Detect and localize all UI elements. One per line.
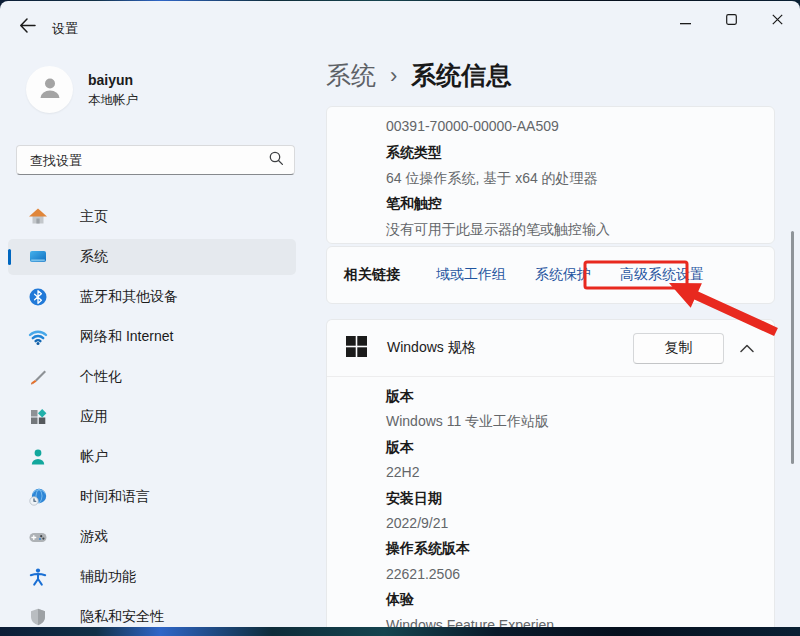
bluetooth-icon <box>28 287 48 307</box>
spec-row-label: 安装日期 <box>386 486 758 511</box>
breadcrumb-parent[interactable]: 系统 <box>326 59 376 92</box>
system-icon <box>28 247 48 267</box>
spec-row-value: 22621.2506 <box>386 562 758 587</box>
windows-spec-header[interactable]: Windows 规格 复制 <box>327 320 774 376</box>
spec-row-value: 2022/9/21 <box>386 511 758 536</box>
spec-row-value: Windows Feature Experien <box>386 613 758 627</box>
accessibility-icon <box>28 567 48 587</box>
spec-row-value: 22H2 <box>386 460 758 485</box>
about-row-value: 没有可用于此显示器的笔或触控输入 <box>386 217 758 243</box>
back-arrow-icon <box>19 18 36 37</box>
page-title: 系统信息 <box>411 59 511 92</box>
user-icon <box>35 73 65 107</box>
minimize-button[interactable] <box>662 3 708 37</box>
sidebar-item-label: 个性化 <box>80 368 122 386</box>
spec-row-label: 版本 <box>386 435 758 460</box>
sidebar-item-network[interactable]: 网络和 Internet <box>8 319 296 355</box>
sidebar-item-label: 主页 <box>80 208 108 226</box>
spec-row-value: Windows 11 专业工作站版 <box>386 409 758 434</box>
about-card: 00391-70000-00000-AA509 系统类型 64 位操作系统, 基… <box>326 106 775 244</box>
search-box[interactable] <box>16 145 295 175</box>
copy-button[interactable]: 复制 <box>633 333 724 364</box>
back-button[interactable] <box>14 15 40 39</box>
sidebar-item-accessibility[interactable]: 辅助功能 <box>8 559 296 595</box>
breadcrumb-separator-icon: › <box>390 63 397 89</box>
link-domain-workgroup[interactable]: 域或工作组 <box>436 266 506 284</box>
search-input[interactable] <box>30 153 268 168</box>
spec-row-label: 体验 <box>386 587 758 612</box>
windows-spec-body: 版本 Windows 11 专业工作站版 版本 22H2 安装日期 2022/9… <box>327 376 774 627</box>
minimize-icon <box>680 11 691 29</box>
sidebar-item-home[interactable]: 主页 <box>8 199 296 235</box>
user-name: baiyun <box>88 72 133 88</box>
avatar[interactable] <box>26 66 73 113</box>
accounts-icon <box>28 447 48 467</box>
maximize-icon <box>726 11 737 29</box>
sidebar-item-time-language[interactable]: 时间和语言 <box>8 479 296 515</box>
gaming-icon <box>28 527 48 547</box>
sidebar-item-label: 隐私和安全性 <box>80 608 164 626</box>
sidebar-item-label: 系统 <box>80 248 108 266</box>
sidebar: baiyun 本地帐户 主页 系统 <box>0 45 310 627</box>
maximize-button[interactable] <box>708 3 754 37</box>
personalization-icon <box>28 367 48 387</box>
link-system-protection[interactable]: 系统保护 <box>535 266 591 284</box>
main-content: 系统 › 系统信息 00391-70000-00000-AA509 系统类型 6… <box>326 45 800 627</box>
sidebar-nav: 主页 系统 蓝牙和其他设备 网络和 Internet <box>8 199 296 627</box>
sidebar-item-system[interactable]: 系统 <box>8 239 296 275</box>
sidebar-item-label: 辅助功能 <box>80 568 136 586</box>
product-id: 00391-70000-00000-AA509 <box>386 114 758 140</box>
sidebar-item-accounts[interactable]: 帐户 <box>8 439 296 475</box>
close-button[interactable] <box>754 3 800 37</box>
breadcrumb: 系统 › 系统信息 <box>326 59 511 92</box>
sidebar-item-gaming[interactable]: 游戏 <box>8 519 296 555</box>
sidebar-item-label: 游戏 <box>80 528 108 546</box>
about-row-label: 笔和触控 <box>386 191 758 217</box>
settings-window: 设置 baiyun 本地帐户 <box>0 1 800 627</box>
close-icon <box>772 11 783 29</box>
about-row-label: 系统类型 <box>386 140 758 166</box>
sidebar-item-label: 帐户 <box>80 448 108 466</box>
time-language-icon <box>28 487 48 507</box>
apps-icon <box>28 407 48 427</box>
about-row-value: 64 位操作系统, 基于 x64 的处理器 <box>386 166 758 192</box>
sidebar-item-label: 网络和 Internet <box>80 328 173 346</box>
titlebar: 设置 <box>0 1 800 45</box>
windows-spec-card: Windows 规格 复制 版本 Windows 11 专业工作站版 版本 22… <box>326 319 775 627</box>
windows-logo-icon <box>346 336 367 361</box>
windows-spec-title: Windows 规格 <box>387 339 476 357</box>
sidebar-item-personalization[interactable]: 个性化 <box>8 359 296 395</box>
spec-row-label: 版本 <box>386 384 758 409</box>
sidebar-item-label: 蓝牙和其他设备 <box>80 288 178 306</box>
user-account-type: 本地帐户 <box>88 92 138 109</box>
sidebar-item-label: 应用 <box>80 408 108 426</box>
home-icon <box>28 207 48 227</box>
related-links-card: 相关链接 域或工作组 系统保护 高级系统设置 <box>326 246 775 304</box>
spec-row-label: 操作系统版本 <box>386 536 758 561</box>
collapse-button[interactable] <box>732 333 762 363</box>
related-links-title: 相关链接 <box>344 266 400 284</box>
search-icon <box>268 150 284 170</box>
sidebar-item-apps[interactable]: 应用 <box>8 399 296 435</box>
chevron-up-icon <box>740 344 754 353</box>
privacy-icon <box>28 607 48 627</box>
window-controls <box>662 3 800 37</box>
sidebar-item-privacy[interactable]: 隐私和安全性 <box>8 599 296 627</box>
window-title: 设置 <box>52 20 78 38</box>
network-icon <box>28 327 48 347</box>
sidebar-item-label: 时间和语言 <box>80 488 150 506</box>
link-advanced-system-settings[interactable]: 高级系统设置 <box>620 266 704 284</box>
vertical-scrollbar[interactable] <box>791 231 794 464</box>
sidebar-item-bluetooth[interactable]: 蓝牙和其他设备 <box>8 279 296 315</box>
